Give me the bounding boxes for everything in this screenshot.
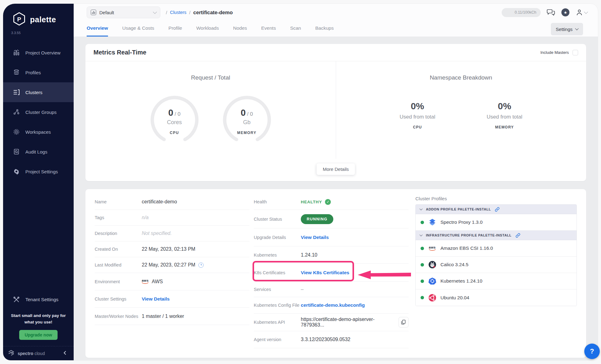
usage-badge: 0.11/100kCh	[502, 8, 541, 17]
spectro-cloud-logo-icon	[7, 349, 15, 358]
gauge-text: 0 / 0 Gb MEMORY	[221, 108, 273, 135]
info-row-services: Services –	[254, 282, 409, 297]
info-row-health: Health HEALTHY ✓	[254, 194, 409, 210]
status-dot	[421, 263, 424, 266]
cluster-tabs: Overview Usage & Costs Profile Workloads…	[74, 21, 598, 37]
user-menu-button[interactable]	[576, 9, 587, 16]
sidebar-item-profiles[interactable]: Profiles	[3, 63, 74, 82]
topbar: Default / Clusters / certificate-demo 0.…	[74, 4, 598, 21]
screenshot-frame: P palette 3.3.55 Project Overview Profil…	[0, 0, 601, 364]
memory-gauge-unit: Gb	[221, 119, 273, 126]
tab-usage-costs[interactable]: Usage & Costs	[122, 21, 154, 37]
gauges: 0 / 0 Cores CPU 0 / 0 Gb	[85, 93, 336, 147]
tab-scan[interactable]: Scan	[290, 21, 301, 37]
view-k8s-certificates-link[interactable]: View K8s Certificates	[301, 270, 349, 275]
gauge-text: 0 / 0 Cores CPU	[148, 108, 201, 135]
kubeconfig-download-link[interactable]: certificate-demo.kubeconfig	[301, 302, 365, 308]
memory-usage-percent: 0%	[487, 101, 522, 111]
settings-button[interactable]: Settings	[551, 23, 583, 35]
project-selector-value: Default	[99, 10, 150, 15]
cluster-info-column: Name certificate-demo Tags n/a Descripti…	[95, 194, 249, 353]
sidebar-bottom: Tenant Settings Start small and only pay…	[3, 291, 74, 360]
more-details-button[interactable]: More Details	[317, 163, 355, 175]
namespace-breakdown-title: Namespace Breakdown	[336, 74, 586, 81]
infrastructure-profile-group-header[interactable]: INFRASTRUCTURE PROFILE PALETTE-INSTALL	[416, 231, 577, 240]
sidebar-item-tenant-settings[interactable]: Tenant Settings	[3, 291, 74, 308]
info-row-upgrade-details: Upgrade Details View Details	[254, 228, 409, 246]
sidebar-item-project-overview[interactable]: Project Overview	[3, 43, 74, 63]
kubernetes-version-value: 1.24.10	[301, 252, 317, 258]
row-label: Tags	[95, 215, 142, 220]
row-label: Last Modified	[95, 262, 142, 267]
profile-item-kubernetes[interactable]: Kubernetes 1.24.10	[416, 273, 577, 289]
info-row-kubeconfig: Kubernetes Config File certificate-demo.…	[254, 297, 409, 314]
row-label: Kubernetes Config File	[254, 303, 301, 308]
audit-log-icon	[13, 148, 20, 155]
sidebar-footer: spectro cloud	[3, 346, 74, 360]
cluster-profiles-list: ADDON PROFILE PALETTE-INSTALL Spectro Pr…	[415, 204, 577, 306]
metrics-body: Request / Total 0 / 0 Cores CPU	[85, 61, 586, 181]
tenant-settings-label: Tenant Settings	[25, 297, 58, 302]
profile-item-spectro-proxy[interactable]: Spectro Proxy 1.3.0	[416, 214, 577, 231]
profile-item-calico[interactable]: Calico 3.24.5	[416, 257, 577, 273]
notifications-button[interactable]: ★	[561, 8, 569, 16]
sidebar-item-clusters[interactable]: Clusters	[3, 82, 74, 102]
project-selector[interactable]: Default	[87, 6, 160, 18]
calico-icon	[428, 261, 436, 269]
tab-workloads[interactable]: Workloads	[196, 21, 219, 37]
info-row-environment: Environment aws AWS	[95, 273, 249, 290]
cluster-status-column: Health HEALTHY ✓ Cluster Status RUNNING …	[254, 194, 409, 353]
link-icon[interactable]	[495, 207, 500, 212]
breadcrumb-clusters-link[interactable]: Clusters	[170, 10, 186, 15]
palette-logo-icon: P	[12, 12, 26, 27]
tab-profile[interactable]: Profile	[168, 21, 182, 37]
list-icon	[13, 89, 20, 96]
copy-button[interactable]	[399, 317, 409, 327]
chevron-down-icon	[575, 27, 578, 30]
memory-gauge-total: / 0	[247, 111, 253, 117]
include-masters-control: Include Masters	[540, 50, 578, 55]
help-button[interactable]: ?	[584, 344, 600, 359]
tab-events[interactable]: Events	[261, 21, 276, 37]
chat-button[interactable]	[547, 9, 555, 16]
tab-backups[interactable]: Backups	[315, 21, 334, 37]
row-label: Kubernetes	[254, 253, 301, 258]
upgrade-now-button[interactable]: Upgrade now	[19, 330, 58, 340]
tab-nodes[interactable]: Nodes	[233, 21, 247, 37]
profile-item-name: Calico 3.24.5	[440, 262, 468, 267]
copy-icon	[401, 320, 406, 325]
breadcrumb-separator: /	[189, 10, 190, 15]
spectro-proxy-icon	[428, 218, 436, 227]
breadcrumb-separator: /	[166, 10, 167, 15]
page-header: Default / Clusters / certificate-demo 0.…	[74, 4, 598, 37]
upgrade-view-details-link[interactable]: View Details	[301, 235, 329, 240]
services-value: –	[301, 287, 304, 292]
metrics-card-header: Metrics Real-Time Include Masters	[85, 44, 586, 61]
tab-overview[interactable]: Overview	[87, 21, 108, 37]
addon-profile-group-header[interactable]: ADDON PROFILE PALETTE-INSTALL	[416, 205, 577, 214]
chat-bubbles-icon	[547, 9, 555, 16]
cluster-profiles-column: Cluster Profiles ADDON PROFILE PALETTE-I…	[415, 194, 577, 353]
profile-item-amazon-ebs-csi[interactable]: aws Amazon EBS CSI 1.16.0	[416, 240, 577, 257]
cluster-profiles-title: Cluster Profiles	[415, 196, 577, 201]
cpu-gauge-value: 0	[168, 108, 173, 118]
link-icon[interactable]	[515, 233, 521, 238]
profile-item-ubuntu[interactable]: Ubuntu 20.04	[416, 289, 577, 306]
sidebar-item-audit-logs[interactable]: Audit Logs	[3, 142, 74, 162]
project-scope-icon	[91, 10, 96, 15]
sidebar-item-label: Project Settings	[25, 169, 58, 174]
agent-version-value: 3.3.12/20230509.0532	[301, 337, 350, 342]
history-icon	[198, 262, 204, 268]
include-masters-checkbox[interactable]	[573, 50, 578, 55]
topbar-actions: 0.11/100kCh ★	[502, 8, 598, 17]
sidebar-item-workspaces[interactable]: Workspaces	[3, 122, 74, 142]
memory-usage-label: Used from total	[487, 114, 522, 120]
cluster-settings-view-details-link[interactable]: View Details	[142, 296, 170, 302]
row-label: Description	[95, 231, 142, 236]
cpu-gauge-unit: Cores	[148, 119, 201, 126]
sidebar-collapse-button[interactable]	[62, 350, 68, 357]
check-circle-icon: ✓	[325, 199, 331, 205]
sidebar-item-cluster-groups[interactable]: Cluster Groups	[3, 102, 74, 122]
sidebar-item-project-settings[interactable]: Project Settings	[3, 162, 74, 181]
profile-item-name: Spectro Proxy 1.3.0	[440, 219, 482, 225]
